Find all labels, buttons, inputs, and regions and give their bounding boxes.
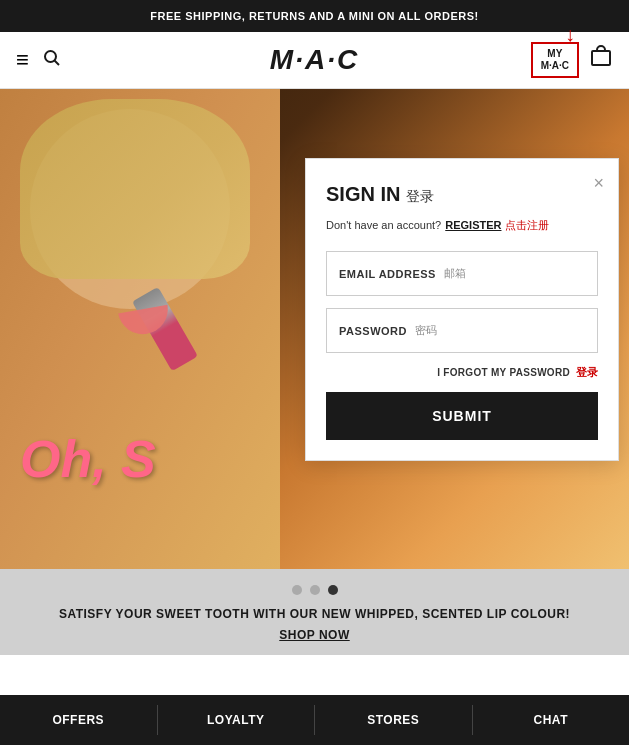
modal-register-prompt: Don't have an account? REGISTER 点击注册 [326,218,598,233]
modal-title: SIGN IN 登录 [326,183,598,206]
banner-text: FREE SHIPPING, RETURNS AND A MINI ON ALL… [150,10,478,22]
password-label-cn: 密码 [415,323,438,338]
email-label-cn: 邮箱 [444,266,467,281]
forgot-password-link[interactable]: I FORGOT MY PASSWORD [437,367,570,378]
register-prompt-text: Don't have an account? [326,219,441,231]
register-cn: 点击注册 [505,218,549,233]
top-banner: FREE SHIPPING, RETURNS AND A MINI ON ALL… [0,0,629,32]
password-label-en: PASSWORD [339,325,407,337]
sign-in-modal: × SIGN IN 登录 Don't have an account? REGI… [305,158,619,461]
modal-close-button[interactable]: × [593,173,604,194]
register-link[interactable]: REGISTER [445,219,501,231]
email-label-en: EMAIL ADDRESS [339,268,436,280]
modal-title-en: SIGN IN [326,183,400,206]
forgot-cn: 登录 [576,365,598,380]
submit-button[interactable]: SUBMIT [326,392,598,440]
modal-title-cn: 登录 [406,188,434,206]
arrow-indicator: ↓ [565,22,575,46]
email-field[interactable]: EMAIL ADDRESS 邮箱 [326,251,598,296]
forgot-password-section: I FORGOT MY PASSWORD 登录 [326,365,598,380]
password-field[interactable]: PASSWORD 密码 [326,308,598,353]
modal-overlay: × SIGN IN 登录 Don't have an account? REGI… [0,55,629,745]
